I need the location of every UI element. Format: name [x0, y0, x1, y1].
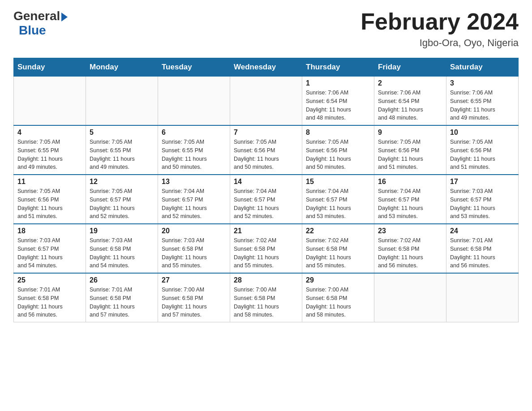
day-number: 5 [90, 128, 154, 137]
location-text: Igbo-Ora, Oyo, Nigeria [360, 37, 519, 49]
table-cell: 7Sunrise: 7:05 AMSunset: 6:56 PMDaylight… [230, 125, 302, 175]
table-cell: 10Sunrise: 7:05 AMSunset: 6:56 PMDayligh… [446, 125, 519, 175]
table-cell: 13Sunrise: 7:04 AMSunset: 6:57 PMDayligh… [158, 175, 230, 224]
day-info: Sunrise: 7:01 AMSunset: 6:58 PMDaylight:… [17, 286, 82, 319]
day-info: Sunrise: 7:00 AMSunset: 6:58 PMDaylight:… [306, 286, 370, 319]
day-number: 3 [450, 79, 515, 87]
table-cell: 17Sunrise: 7:03 AMSunset: 6:57 PMDayligh… [446, 175, 519, 224]
day-number: 23 [378, 227, 442, 235]
calendar-body: 1Sunrise: 7:06 AMSunset: 6:54 PMDaylight… [14, 77, 519, 322]
col-thursday: Thursday [302, 58, 374, 77]
day-info: Sunrise: 7:05 AMSunset: 6:55 PMDaylight:… [162, 138, 226, 171]
day-number: 2 [378, 79, 442, 87]
day-number: 14 [234, 178, 298, 186]
day-number: 27 [162, 276, 226, 284]
day-number: 15 [306, 178, 370, 186]
table-cell: 28Sunrise: 7:00 AMSunset: 6:58 PMDayligh… [230, 273, 302, 322]
day-info: Sunrise: 7:01 AMSunset: 6:58 PMDaylight:… [450, 236, 515, 270]
table-cell: 14Sunrise: 7:04 AMSunset: 6:57 PMDayligh… [230, 175, 302, 224]
day-number: 11 [17, 178, 82, 186]
day-number: 1 [306, 79, 370, 87]
table-cell: 27Sunrise: 7:00 AMSunset: 6:58 PMDayligh… [158, 273, 230, 322]
day-info: Sunrise: 7:03 AMSunset: 6:57 PMDaylight:… [17, 236, 82, 270]
logo-general-text: General [13, 9, 60, 23]
table-cell: 2Sunrise: 7:06 AMSunset: 6:54 PMDaylight… [374, 77, 446, 126]
table-cell: 21Sunrise: 7:02 AMSunset: 6:58 PMDayligh… [230, 224, 302, 273]
day-info: Sunrise: 7:04 AMSunset: 6:57 PMDaylight:… [378, 187, 442, 221]
table-cell [446, 273, 519, 322]
col-sunday: Sunday [14, 58, 86, 77]
table-cell: 6Sunrise: 7:05 AMSunset: 6:55 PMDaylight… [158, 125, 230, 175]
day-number: 22 [306, 227, 370, 235]
table-cell [374, 273, 446, 322]
table-cell: 23Sunrise: 7:02 AMSunset: 6:58 PMDayligh… [374, 224, 446, 273]
title-section: February 2024 Igbo-Ora, Oyo, Nigeria [360, 9, 519, 49]
table-cell [158, 77, 230, 126]
table-cell: 25Sunrise: 7:01 AMSunset: 6:58 PMDayligh… [14, 273, 86, 322]
table-cell: 19Sunrise: 7:03 AMSunset: 6:58 PMDayligh… [86, 224, 158, 273]
table-cell: 9Sunrise: 7:05 AMSunset: 6:56 PMDaylight… [374, 125, 446, 175]
day-info: Sunrise: 7:04 AMSunset: 6:57 PMDaylight:… [234, 187, 298, 221]
day-number: 17 [450, 178, 515, 186]
table-cell: 18Sunrise: 7:03 AMSunset: 6:57 PMDayligh… [14, 224, 86, 273]
day-number: 18 [17, 227, 82, 235]
table-cell [230, 77, 302, 126]
day-info: Sunrise: 7:03 AMSunset: 6:58 PMDaylight:… [90, 236, 154, 270]
day-info: Sunrise: 7:02 AMSunset: 6:58 PMDaylight:… [378, 236, 442, 270]
day-number: 6 [162, 128, 226, 137]
day-number: 9 [378, 128, 442, 137]
logo-arrow-icon [61, 13, 68, 21]
day-info: Sunrise: 7:04 AMSunset: 6:57 PMDaylight:… [162, 187, 226, 221]
table-cell: 16Sunrise: 7:04 AMSunset: 6:57 PMDayligh… [374, 175, 446, 224]
col-friday: Friday [374, 58, 446, 77]
table-cell: 3Sunrise: 7:06 AMSunset: 6:55 PMDaylight… [446, 77, 519, 126]
day-number: 16 [378, 178, 442, 186]
calendar-table: Sunday Monday Tuesday Wednesday Thursday… [13, 58, 519, 322]
table-cell: 5Sunrise: 7:05 AMSunset: 6:55 PMDaylight… [86, 125, 158, 175]
calendar-week-row: 11Sunrise: 7:05 AMSunset: 6:56 PMDayligh… [14, 175, 519, 224]
table-cell [86, 77, 158, 126]
day-info: Sunrise: 7:05 AMSunset: 6:57 PMDaylight:… [90, 187, 154, 221]
day-info: Sunrise: 7:02 AMSunset: 6:58 PMDaylight:… [234, 236, 298, 270]
day-info: Sunrise: 7:05 AMSunset: 6:56 PMDaylight:… [234, 138, 298, 171]
day-info: Sunrise: 7:05 AMSunset: 6:55 PMDaylight:… [90, 138, 154, 171]
day-info: Sunrise: 7:00 AMSunset: 6:58 PMDaylight:… [234, 286, 298, 319]
day-info: Sunrise: 7:01 AMSunset: 6:58 PMDaylight:… [90, 286, 154, 319]
day-number: 26 [90, 276, 154, 284]
logo-blue-text: Blue [19, 23, 46, 37]
day-info: Sunrise: 7:03 AMSunset: 6:58 PMDaylight:… [162, 236, 226, 270]
day-info: Sunrise: 7:02 AMSunset: 6:58 PMDaylight:… [306, 236, 370, 270]
day-info: Sunrise: 7:03 AMSunset: 6:57 PMDaylight:… [450, 187, 515, 221]
col-monday: Monday [86, 58, 158, 77]
day-number: 29 [306, 276, 370, 284]
day-info: Sunrise: 7:05 AMSunset: 6:55 PMDaylight:… [17, 138, 82, 171]
col-wednesday: Wednesday [230, 58, 302, 77]
calendar-week-row: 25Sunrise: 7:01 AMSunset: 6:58 PMDayligh… [14, 273, 519, 322]
logo: General Blue [13, 9, 68, 38]
header-row: Sunday Monday Tuesday Wednesday Thursday… [14, 58, 519, 77]
table-cell: 24Sunrise: 7:01 AMSunset: 6:58 PMDayligh… [446, 224, 519, 273]
table-cell: 8Sunrise: 7:05 AMSunset: 6:56 PMDaylight… [302, 125, 374, 175]
day-info: Sunrise: 7:06 AMSunset: 6:54 PMDaylight:… [306, 89, 370, 122]
day-number: 7 [234, 128, 298, 137]
month-title: February 2024 [360, 9, 519, 34]
day-info: Sunrise: 7:05 AMSunset: 6:56 PMDaylight:… [306, 138, 370, 171]
table-cell: 12Sunrise: 7:05 AMSunset: 6:57 PMDayligh… [86, 175, 158, 224]
calendar-week-row: 1Sunrise: 7:06 AMSunset: 6:54 PMDaylight… [14, 77, 519, 126]
day-number: 13 [162, 178, 226, 186]
day-number: 19 [90, 227, 154, 235]
col-tuesday: Tuesday [158, 58, 230, 77]
day-info: Sunrise: 7:05 AMSunset: 6:56 PMDaylight:… [450, 138, 515, 171]
table-cell: 4Sunrise: 7:05 AMSunset: 6:55 PMDaylight… [14, 125, 86, 175]
day-info: Sunrise: 7:04 AMSunset: 6:57 PMDaylight:… [306, 187, 370, 221]
day-info: Sunrise: 7:05 AMSunset: 6:56 PMDaylight:… [17, 187, 82, 221]
table-cell: 1Sunrise: 7:06 AMSunset: 6:54 PMDaylight… [302, 77, 374, 126]
day-number: 8 [306, 128, 370, 137]
table-cell: 26Sunrise: 7:01 AMSunset: 6:58 PMDayligh… [86, 273, 158, 322]
day-number: 24 [450, 227, 515, 235]
day-number: 10 [450, 128, 515, 137]
day-info: Sunrise: 7:00 AMSunset: 6:58 PMDaylight:… [162, 286, 226, 319]
day-number: 4 [17, 128, 82, 137]
day-info: Sunrise: 7:06 AMSunset: 6:54 PMDaylight:… [378, 89, 442, 122]
day-number: 28 [234, 276, 298, 284]
